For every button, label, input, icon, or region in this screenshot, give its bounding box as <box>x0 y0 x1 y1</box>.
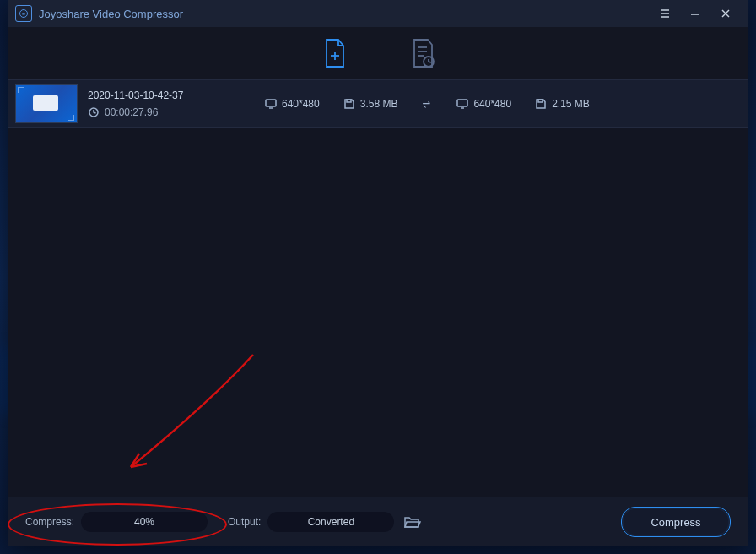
compress-button[interactable]: Compress <box>621 507 731 537</box>
svg-rect-1 <box>22 13 25 14</box>
app-title: Joyoshare Video Compressor <box>39 8 183 20</box>
file-row[interactable]: 2020-11-03-10-42-37 00:00:27.96 640*480 … <box>8 80 748 128</box>
monitor-icon <box>265 99 277 109</box>
output-folder-field[interactable]: Converted <box>267 512 394 532</box>
target-size: 2.15 MB <box>552 98 590 110</box>
target-resolution: 640*480 <box>473 98 511 110</box>
annotation-arrow <box>110 350 262 486</box>
file-duration: 00:00:27.96 <box>105 106 158 118</box>
annotation-ellipse <box>8 503 227 546</box>
svg-rect-15 <box>266 100 276 106</box>
video-thumbnail <box>15 84 78 123</box>
minimize-button[interactable] <box>680 0 710 27</box>
close-button[interactable] <box>710 0 741 27</box>
source-resolution: 640*480 <box>282 98 320 110</box>
svg-rect-20 <box>538 100 543 102</box>
open-folder-button[interactable] <box>402 513 421 531</box>
title-bar: Joyoshare Video Compressor <box>8 0 748 27</box>
monitor-icon <box>456 99 468 109</box>
menu-button[interactable] <box>650 0 680 27</box>
app-logo-icon <box>15 5 32 22</box>
svg-rect-17 <box>347 100 351 102</box>
svg-rect-18 <box>457 100 467 106</box>
disk-icon <box>535 99 547 109</box>
add-file-button[interactable] <box>321 38 347 68</box>
file-name: 2020-11-03-10-42-37 <box>88 90 265 101</box>
clock-icon <box>88 107 100 117</box>
output-label: Output: <box>228 516 261 528</box>
toolbar <box>8 27 748 80</box>
disk-icon <box>343 99 355 109</box>
history-list-button[interactable] <box>410 38 435 68</box>
source-size: 3.58 MB <box>360 98 398 110</box>
convert-arrows-icon <box>421 99 433 109</box>
